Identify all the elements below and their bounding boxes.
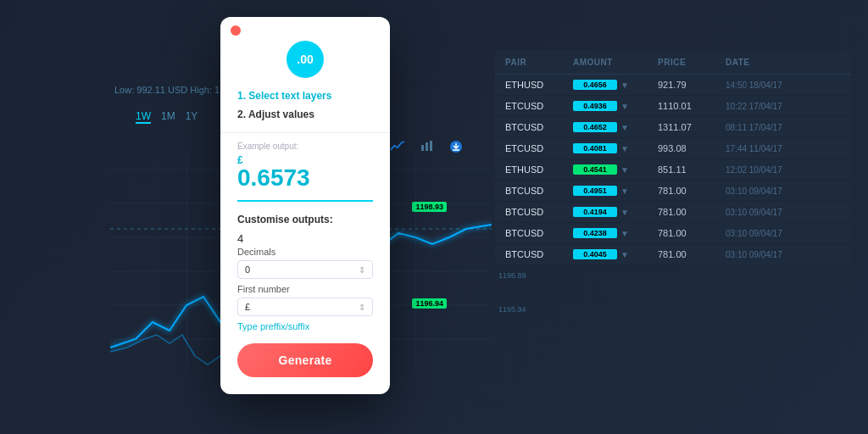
prefix-select[interactable]: £ ⇕ [237, 298, 373, 316]
amount-cell: 0.4194 ▼ [573, 207, 658, 217]
decimals-value: 4 [220, 232, 390, 245]
flag-icon[interactable]: ▼ [620, 208, 629, 217]
amount-badge: 0.4194 [573, 207, 617, 217]
date-cell: 03:10 09/04/17 [726, 186, 819, 196]
amount-badge: 0.4238 [573, 228, 617, 238]
table-row: BTCUSD 0.4652 ▼ 1311.07 08:11 17/04/17 [495, 117, 851, 138]
header-pair: PAIR [505, 58, 573, 67]
amount-badge: 0.4936 [573, 101, 617, 111]
time-filter-1m[interactable]: 1M [161, 110, 175, 124]
amount-cell: 0.4652 ▼ [573, 122, 658, 132]
amount-badge: 0.4951 [573, 186, 617, 196]
amount-cell: 0.4936 ▼ [573, 101, 658, 111]
divider [220, 132, 390, 133]
price-cell: 1110.01 [658, 101, 726, 111]
price-cell: 781.00 [658, 228, 726, 238]
price-highlight-2: 1196.94 [412, 298, 447, 309]
pair-cell: BTCUSD [505, 207, 573, 217]
price-cell: 851.11 [658, 164, 726, 175]
flag-icon[interactable]: ▼ [620, 165, 629, 175]
flag-icon[interactable]: ▼ [620, 250, 629, 259]
pair-cell: ETCUSD [505, 143, 573, 153]
amount-cell: 0.4541 ▼ [573, 164, 658, 175]
price-cell: 781.00 [658, 249, 726, 259]
price-cell: 921.79 [658, 80, 726, 90]
time-filter-1w[interactable]: 1W [136, 110, 151, 124]
flag-icon[interactable]: ▼ [620, 102, 629, 111]
svg-rect-12 [426, 142, 428, 151]
pair-cell: BTCUSD [505, 228, 573, 238]
example-number: 0.6573 [237, 166, 373, 190]
chart-time-filters: 1W 1M 1Y [136, 110, 198, 124]
amount-cell: 0.4081 ▼ [573, 143, 658, 153]
prefix-suffix-link[interactable]: Type preffix/suffix [220, 318, 390, 331]
value-underline [237, 200, 373, 202]
date-cell: 03:10 09/04/17 [726, 250, 819, 259]
amount-cell: 0.4238 ▼ [573, 228, 658, 238]
header-price: PRICE [658, 58, 726, 67]
time-filter-1y[interactable]: 1Y [186, 110, 198, 124]
date-cell: 03:10 09/04/17 [726, 208, 819, 217]
price-highlight-1: 1198.93 [412, 202, 447, 212]
flag-icon[interactable]: ▼ [620, 123, 629, 132]
step-2-label[interactable]: 2. Adjust values [220, 105, 390, 124]
table-row: ETHUSD 0.4541 ▼ 851.11 12:02 10/04/17 [495, 159, 851, 181]
pair-cell: ETHUSD [505, 80, 573, 90]
pair-cell: BTCUSD [505, 249, 573, 259]
date-cell: 03:10 09/04/17 [726, 229, 819, 238]
prefix-value: £ [245, 302, 250, 312]
modal-panel: .00 1. Select text layers 2. Adjust valu… [220, 17, 390, 394]
select-arrow-icon: ⇕ [359, 265, 365, 275]
flag-icon[interactable]: ▼ [620, 229, 629, 238]
close-button[interactable] [231, 25, 241, 36]
decimals-label: Decimals [220, 245, 390, 259]
modal-icon: .00 [287, 41, 324, 78]
table-row: BTCUSD 0.4951 ▼ 781.00 03:10 09/04/17 [495, 181, 851, 202]
example-label: Example output: [220, 142, 390, 154]
table-row: ETHUSD 0.4656 ▼ 921.79 14:50 18/04/17 [495, 75, 851, 96]
download-icon[interactable] [449, 140, 463, 157]
generate-button[interactable]: Generate [237, 343, 373, 377]
date-cell: 08:11 17/04/17 [726, 123, 819, 132]
amount-cell: 0.4045 ▼ [573, 249, 658, 259]
date-cell: 10:22 17/04/17 [726, 102, 819, 111]
amount-cell: 0.4656 ▼ [573, 80, 658, 90]
amount-badge: 0.4045 [573, 249, 617, 259]
header-date: DATE [726, 58, 819, 67]
pair-cell: ETCUSD [505, 101, 573, 111]
price-cell: 993.08 [658, 143, 726, 153]
table-header: PAIR AMOUNT PRICE DATE [495, 51, 851, 75]
chart-icon-group [390, 140, 463, 157]
amount-badge: 0.4652 [573, 122, 617, 132]
date-cell: 12:02 10/04/17 [726, 165, 819, 175]
price-scale-5: 1196.89 [498, 271, 526, 280]
pair-cell: ETHUSD [505, 164, 573, 175]
step-1-label[interactable]: 1. Select text layers [220, 86, 390, 105]
header-amount: AMOUNT [573, 58, 658, 67]
customise-label: Customise outputs: [220, 214, 390, 232]
amount-badge: 0.4656 [573, 80, 617, 90]
flag-icon[interactable]: ▼ [620, 81, 629, 90]
trading-table: PAIR AMOUNT PRICE DATE ETHUSD 0.4656 ▼ 9… [495, 51, 851, 265]
first-number-label: First number [220, 282, 390, 296]
example-value-area: £ 0.6573 [220, 154, 390, 200]
modal-icon-area: .00 [220, 17, 390, 86]
amount-badge: 0.4081 [573, 143, 617, 153]
flag-icon[interactable]: ▼ [620, 144, 629, 153]
svg-rect-11 [421, 145, 424, 151]
date-cell: 17:44 11/04/17 [726, 144, 819, 153]
line-chart-icon[interactable] [390, 140, 405, 157]
amount-badge: 0.4541 [573, 164, 617, 175]
flag-icon[interactable]: ▼ [620, 186, 629, 196]
price-cell: 781.00 [658, 207, 726, 217]
bar-chart-icon[interactable] [420, 140, 434, 157]
price-scale-6: 1195.94 [498, 305, 526, 314]
table-row: BTCUSD 0.4045 ▼ 781.00 03:10 09/04/17 [495, 244, 851, 265]
prefix-arrow-icon: ⇕ [359, 303, 365, 312]
table-row: ETCUSD 0.4936 ▼ 1110.01 10:22 17/04/17 [495, 96, 851, 117]
svg-rect-13 [430, 141, 432, 151]
select-value: 0 [245, 264, 250, 275]
decimals-select[interactable]: 0 ⇕ [237, 260, 373, 279]
table-row: BTCUSD 0.4194 ▼ 781.00 03:10 09/04/17 [495, 202, 851, 223]
date-cell: 14:50 18/04/17 [726, 81, 819, 90]
